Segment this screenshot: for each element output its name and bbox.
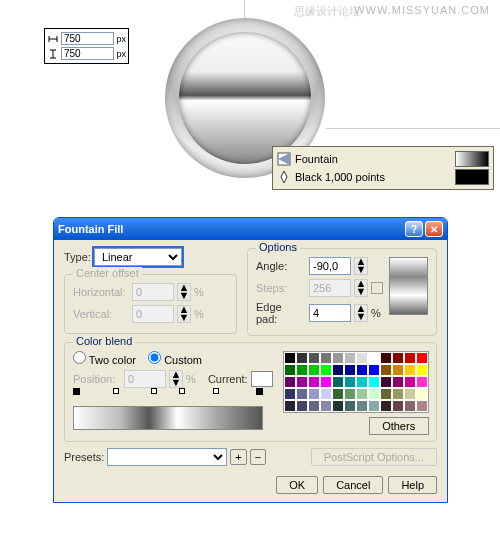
palette-swatch[interactable] [332, 400, 344, 412]
custom-radio[interactable]: Custom [148, 351, 202, 366]
palette-swatch[interactable] [356, 376, 368, 388]
fountain-fill-dialog: Fountain Fill ? ✕ Type: Linear Center of… [53, 217, 448, 503]
horizontal-input [132, 283, 174, 301]
palette-swatch[interactable] [404, 364, 416, 376]
palette-swatch[interactable] [404, 400, 416, 412]
preset-remove-button[interactable]: − [250, 449, 266, 465]
palette-swatch[interactable] [368, 352, 380, 364]
palette-swatch[interactable] [320, 376, 332, 388]
others-button[interactable]: Others [369, 417, 429, 435]
palette-swatch[interactable] [308, 388, 320, 400]
palette-swatch[interactable] [356, 388, 368, 400]
help-dialog-button[interactable]: Help [388, 476, 437, 494]
palette-swatch[interactable] [416, 400, 428, 412]
dialog-titlebar[interactable]: Fountain Fill ? ✕ [54, 218, 447, 240]
palette-swatch[interactable] [284, 364, 296, 376]
gradient-handles[interactable] [73, 392, 263, 400]
palette-swatch[interactable] [356, 400, 368, 412]
current-label: Current: [208, 373, 248, 385]
edgepad-spinner[interactable]: ▲▼ [354, 304, 368, 322]
palette-swatch[interactable] [344, 400, 356, 412]
palette-swatch[interactable] [332, 388, 344, 400]
height-unit: px [116, 49, 126, 59]
steps-spinner: ▲▼ [354, 279, 368, 297]
palette-swatch[interactable] [356, 352, 368, 364]
fill-type-text: Fountain [295, 153, 451, 165]
twocolor-radio[interactable]: Two color [73, 351, 136, 366]
palette-swatch[interactable] [308, 376, 320, 388]
palette-swatch[interactable] [308, 400, 320, 412]
palette-swatch[interactable] [284, 388, 296, 400]
presets-select[interactable] [107, 448, 227, 466]
palette-swatch[interactable] [344, 364, 356, 376]
gradient-preview [389, 257, 428, 315]
angle-input[interactable] [309, 257, 351, 275]
palette-swatch[interactable] [380, 352, 392, 364]
angle-spinner[interactable]: ▲▼ [354, 257, 368, 275]
palette-swatch[interactable] [332, 376, 344, 388]
lock-icon[interactable] [371, 282, 383, 294]
palette-swatch[interactable] [344, 376, 356, 388]
width-icon [47, 33, 59, 45]
fill-swatch [455, 151, 489, 167]
palette-swatch[interactable] [416, 388, 428, 400]
position-spinner: ▲▼ [169, 370, 183, 388]
palette-swatch[interactable] [284, 376, 296, 388]
palette-swatch[interactable] [392, 352, 404, 364]
preset-add-button[interactable]: + [230, 449, 246, 465]
palette-swatch[interactable] [368, 400, 380, 412]
cancel-button[interactable]: Cancel [323, 476, 383, 494]
palette-swatch[interactable] [284, 400, 296, 412]
gradient-editor[interactable] [73, 406, 263, 430]
palette-swatch[interactable] [320, 400, 332, 412]
palette-swatch[interactable] [404, 352, 416, 364]
type-select[interactable]: Linear [94, 248, 182, 266]
palette-swatch[interactable] [320, 352, 332, 364]
palette-swatch[interactable] [308, 364, 320, 376]
palette-swatch[interactable] [296, 376, 308, 388]
palette-swatch[interactable] [296, 352, 308, 364]
horizontal-label: Horizontal: [73, 286, 129, 298]
palette-swatch[interactable] [332, 364, 344, 376]
vertical-input [132, 305, 174, 323]
help-button[interactable]: ? [405, 221, 423, 237]
close-button[interactable]: ✕ [425, 221, 443, 237]
palette-swatch[interactable] [320, 364, 332, 376]
height-icon [47, 48, 59, 60]
palette-swatch[interactable] [368, 388, 380, 400]
palette-swatch[interactable] [416, 352, 428, 364]
palette-swatch[interactable] [404, 376, 416, 388]
palette-swatch[interactable] [380, 364, 392, 376]
palette-swatch[interactable] [380, 388, 392, 400]
pen-icon [277, 170, 291, 184]
palette-swatch[interactable] [308, 352, 320, 364]
palette-swatch[interactable] [344, 352, 356, 364]
palette-swatch[interactable] [356, 364, 368, 376]
palette-swatch[interactable] [332, 352, 344, 364]
vertical-spinner: ▲▼ [177, 305, 191, 323]
palette-swatch[interactable] [380, 400, 392, 412]
palette-swatch[interactable] [404, 388, 416, 400]
current-color-swatch[interactable] [251, 371, 273, 387]
palette-swatch[interactable] [392, 400, 404, 412]
palette-swatch[interactable] [380, 376, 392, 388]
vpercent: % [194, 308, 204, 320]
color-palette[interactable] [283, 351, 429, 413]
palette-swatch[interactable] [392, 364, 404, 376]
palette-swatch[interactable] [344, 388, 356, 400]
palette-swatch[interactable] [392, 376, 404, 388]
palette-swatch[interactable] [296, 364, 308, 376]
palette-swatch[interactable] [296, 400, 308, 412]
palette-swatch[interactable] [368, 376, 380, 388]
edgepad-input[interactable] [309, 304, 351, 322]
edgepad-percent: % [371, 307, 381, 319]
palette-swatch[interactable] [416, 364, 428, 376]
palette-swatch[interactable] [320, 388, 332, 400]
palette-swatch[interactable] [416, 376, 428, 388]
fountain-fill-icon [277, 152, 291, 166]
palette-swatch[interactable] [392, 388, 404, 400]
ok-button[interactable]: OK [276, 476, 318, 494]
palette-swatch[interactable] [368, 364, 380, 376]
palette-swatch[interactable] [296, 388, 308, 400]
palette-swatch[interactable] [284, 352, 296, 364]
